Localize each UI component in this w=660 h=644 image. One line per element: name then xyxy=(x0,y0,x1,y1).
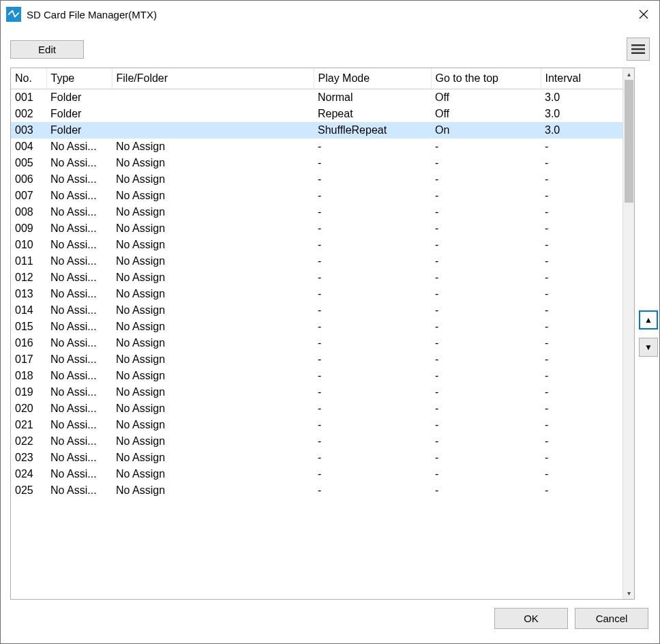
table-row[interactable]: 023No Assi...No Assign--- xyxy=(11,450,622,466)
cell-type: No Assi... xyxy=(46,335,112,351)
cell-file: No Assign xyxy=(112,384,314,400)
table-row[interactable]: 001FolderNormalOff3.0 xyxy=(11,89,622,106)
cell-file: No Assign xyxy=(112,482,314,499)
table-row[interactable]: 017No Assi...No Assign--- xyxy=(11,351,622,368)
cell-play: Repeat xyxy=(314,106,431,122)
cell-play: Normal xyxy=(314,89,431,106)
table-row[interactable]: 011No Assi...No Assign--- xyxy=(11,253,622,269)
table-row[interactable]: 010No Assi...No Assign--- xyxy=(11,237,622,253)
cell-play: - xyxy=(314,368,431,384)
col-header-play[interactable]: Play Mode xyxy=(314,68,431,89)
scroll-arrow-up-icon[interactable]: ▴ xyxy=(623,68,635,80)
table-row[interactable]: 012No Assi...No Assign--- xyxy=(11,269,622,286)
content-area: Edit xyxy=(1,28,659,643)
cell-file: No Assign xyxy=(112,319,314,335)
cell-no: 020 xyxy=(11,400,46,417)
table-row[interactable]: 004No Assi...No Assign--- xyxy=(11,138,622,155)
scroll-arrow-down-icon[interactable]: ▾ xyxy=(623,587,635,599)
cell-no: 008 xyxy=(11,204,46,220)
cell-no: 002 xyxy=(11,106,46,122)
table-row[interactable]: 005No Assi...No Assign--- xyxy=(11,155,622,171)
cell-no: 019 xyxy=(11,384,46,400)
cell-type: Folder xyxy=(46,89,112,106)
scrollbar-thumb[interactable] xyxy=(625,80,633,203)
table-row[interactable]: 014No Assi...No Assign--- xyxy=(11,302,622,319)
move-down-button[interactable]: ▼ xyxy=(639,338,658,357)
menu-button[interactable] xyxy=(627,38,650,61)
table-row[interactable]: 022No Assi...No Assign--- xyxy=(11,433,622,450)
cell-file: No Assign xyxy=(112,286,314,302)
cell-file: No Assign xyxy=(112,138,314,155)
table-row[interactable]: 018No Assi...No Assign--- xyxy=(11,368,622,384)
table-row[interactable]: 020No Assi...No Assign--- xyxy=(11,400,622,417)
cell-interval: - xyxy=(541,204,622,220)
triangle-down-icon: ▼ xyxy=(644,342,652,352)
cell-go: On xyxy=(431,122,541,138)
cell-go: - xyxy=(431,450,541,466)
cell-file: No Assign xyxy=(112,466,314,482)
cell-file: No Assign xyxy=(112,417,314,433)
cell-go: - xyxy=(431,204,541,220)
ok-button[interactable]: OK xyxy=(494,608,568,629)
cell-play: - xyxy=(314,171,431,188)
table-row[interactable]: 025No Assi...No Assign--- xyxy=(11,482,622,499)
col-header-go[interactable]: Go to the top xyxy=(431,68,541,89)
close-icon xyxy=(639,10,648,19)
cell-type: No Assi... xyxy=(46,269,112,286)
cell-interval: - xyxy=(541,319,622,335)
cell-file xyxy=(112,89,314,106)
toolbar: Edit xyxy=(10,38,650,61)
table-row[interactable]: 002FolderRepeatOff3.0 xyxy=(11,106,622,122)
cancel-button[interactable]: Cancel xyxy=(575,608,648,629)
cell-go: - xyxy=(431,466,541,482)
cell-interval: - xyxy=(541,482,622,499)
cell-no: 009 xyxy=(11,220,46,237)
table-row[interactable]: 008No Assi...No Assign--- xyxy=(11,204,622,220)
table-row[interactable]: 019No Assi...No Assign--- xyxy=(11,384,622,400)
cell-type: No Assi... xyxy=(46,237,112,253)
table-row[interactable]: 009No Assi...No Assign--- xyxy=(11,220,622,237)
vertical-scrollbar[interactable]: ▴ ▾ xyxy=(622,68,634,599)
cell-go: - xyxy=(431,335,541,351)
col-header-file[interactable]: File/Folder xyxy=(112,68,314,89)
cell-play: - xyxy=(314,433,431,450)
col-header-no[interactable]: No. xyxy=(11,68,46,89)
edit-button[interactable]: Edit xyxy=(10,40,84,59)
cell-interval: - xyxy=(541,433,622,450)
table-row[interactable]: 013No Assi...No Assign--- xyxy=(11,286,622,302)
cell-play: - xyxy=(314,466,431,482)
cell-file xyxy=(112,122,314,138)
table-row[interactable]: 016No Assi...No Assign--- xyxy=(11,335,622,351)
table-row[interactable]: 015No Assi...No Assign--- xyxy=(11,319,622,335)
table-row[interactable]: 003FolderShuffleRepeatOn3.0 xyxy=(11,122,622,138)
cell-file: No Assign xyxy=(112,171,314,188)
table-row[interactable]: 006No Assi...No Assign--- xyxy=(11,171,622,188)
cell-go: - xyxy=(431,155,541,171)
close-button[interactable] xyxy=(628,1,659,28)
cell-type: No Assi... xyxy=(46,433,112,450)
table-row[interactable]: 024No Assi...No Assign--- xyxy=(11,466,622,482)
table-row[interactable]: 021No Assi...No Assign--- xyxy=(11,417,622,433)
cell-play: - xyxy=(314,384,431,400)
cell-interval: - xyxy=(541,302,622,319)
cell-go: - xyxy=(431,400,541,417)
col-header-interval[interactable]: Interval xyxy=(541,68,622,89)
col-header-type[interactable]: Type xyxy=(46,68,112,89)
cell-type: No Assi... xyxy=(46,319,112,335)
cell-no: 007 xyxy=(11,188,46,204)
cell-no: 006 xyxy=(11,171,46,188)
table-container: No. Type File/Folder Play Mode Go to the… xyxy=(10,68,635,600)
cell-play: - xyxy=(314,138,431,155)
cell-no: 017 xyxy=(11,351,46,368)
cell-file: No Assign xyxy=(112,204,314,220)
cell-play: - xyxy=(314,237,431,253)
main-row: No. Type File/Folder Play Mode Go to the… xyxy=(10,68,650,600)
move-up-button[interactable]: ▲ xyxy=(639,310,658,330)
table-row[interactable]: 007No Assi...No Assign--- xyxy=(11,188,622,204)
cell-type: No Assi... xyxy=(46,400,112,417)
cell-go: - xyxy=(431,253,541,269)
cell-interval: 3.0 xyxy=(541,122,622,138)
cell-play: - xyxy=(314,482,431,499)
cell-interval: - xyxy=(541,286,622,302)
cell-no: 012 xyxy=(11,269,46,286)
